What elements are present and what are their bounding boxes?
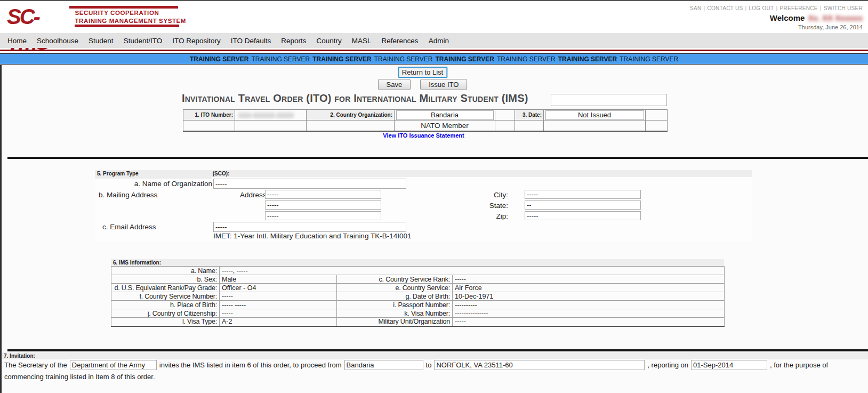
date-cell xyxy=(544,110,646,121)
city-label: City: xyxy=(463,191,508,199)
welcome-line: WelcomeXx. XX Xxxxxx xyxy=(770,13,863,22)
nav-admin[interactable]: Admin xyxy=(429,37,449,45)
banner-segment: TRAINING SERVER xyxy=(312,55,371,63)
ims-place-of-birth-label: h. Place of Birth: xyxy=(111,301,220,309)
section-divider xyxy=(7,157,868,159)
logo-bar-top xyxy=(69,6,178,9)
section-6-header: 6. IMS Information: xyxy=(111,259,724,266)
ims-citizenship-value: ----- xyxy=(220,309,337,318)
address-line2-input[interactable] xyxy=(265,200,381,210)
nav-reports[interactable]: Reports xyxy=(281,37,306,45)
city-input[interactable] xyxy=(525,190,641,199)
ito-number-cell: XXX-XXXXX-XXXX xyxy=(235,110,307,121)
empty-cell xyxy=(495,110,515,121)
address-label: Address: xyxy=(240,191,268,199)
action-buttons: Save Issue ITO xyxy=(378,79,468,90)
table-row: h. Place of Birth: ----- ----- i. Passpo… xyxy=(111,301,725,309)
table-row: a. Name: -----, ----- xyxy=(111,267,725,275)
training-server-banner: TRAINING SERVER TRAINING SERVER TRAINING… xyxy=(0,53,868,65)
nav-masl[interactable]: MASL xyxy=(352,37,372,45)
banner-segment: TRAINING SERVER xyxy=(190,55,248,63)
logo-subtitle-line1: SECURITY COOPERATION xyxy=(75,10,186,17)
table-row: j. Country of Citizenship: ----- k. Visa… xyxy=(111,309,725,318)
name-of-organization-label: a. Name of Organization xyxy=(95,180,212,188)
ims-military-unit-label: Military Unit/Organization xyxy=(337,318,453,326)
ims-visa-type-value: A-2 xyxy=(220,318,337,326)
ims-country-service-rank-label: c. Country Service Rank: xyxy=(337,275,453,284)
state-input[interactable] xyxy=(525,200,641,210)
welcome-user-name-redacted: Xx. XX Xxxxxx xyxy=(808,13,863,22)
banner-segment: TRAINING SERVER xyxy=(620,55,678,63)
address-line1-input[interactable] xyxy=(265,190,381,199)
ims-country-service-number-value: ----- xyxy=(220,292,337,301)
nav-references[interactable]: References xyxy=(382,37,419,45)
save-button[interactable]: Save xyxy=(378,79,411,90)
banner-segment: TRAINING SERVER xyxy=(497,55,556,63)
main-nav: Home Schoolhouse Student Student/ITO ITO… xyxy=(0,33,868,48)
nav-ito-repository[interactable]: ITO Repository xyxy=(172,37,221,45)
date-input[interactable] xyxy=(545,110,644,120)
ims-us-rank-label: d. U.S. Equivalent Rank/Pay Grade: xyxy=(111,284,220,292)
proceed-to-input[interactable] xyxy=(434,360,645,370)
red-divider-rule xyxy=(0,50,868,51)
link-contact-us[interactable]: CONTACT US xyxy=(707,5,743,11)
empty-cell xyxy=(646,121,668,131)
country-org-input[interactable] xyxy=(396,110,494,120)
zip-label: Zip: xyxy=(463,212,508,220)
proceed-from-input[interactable] xyxy=(344,360,423,370)
view-ito-issuance-statement-link[interactable]: View ITO Issuance Statement xyxy=(383,132,464,139)
ims-date-of-birth-value: 10-Dec-1971 xyxy=(453,292,725,301)
link-switch-user[interactable]: SWITCH USER xyxy=(824,5,863,11)
section-6-ims-information: 6. IMS Information: a. Name: -----, ----… xyxy=(111,259,724,327)
utility-links: SAN|CONTACT US|LOG OUT|PREFERENCE|SWITCH… xyxy=(690,5,863,11)
link-preference[interactable]: PREFERENCE xyxy=(779,5,817,11)
email-address-input[interactable] xyxy=(213,222,406,232)
nav-student[interactable]: Student xyxy=(89,37,114,45)
empty-cell xyxy=(544,121,646,131)
link-log-out[interactable]: LOG OUT xyxy=(749,5,774,11)
address-line3-input[interactable] xyxy=(265,211,381,220)
section-4-sco: 4. Issuing Security Cooperation Organiza… xyxy=(95,170,752,241)
return-to-list-button[interactable]: Return to List xyxy=(398,67,447,78)
ims-sex-value: Male xyxy=(220,275,337,284)
separator: | xyxy=(820,5,822,11)
ims-passport-number-label: i. Passport Number: xyxy=(337,301,453,309)
table-row: l. Visa Type: A-2 Military Unit/Organiza… xyxy=(111,318,725,326)
nav-student-ito[interactable]: Student/ITO xyxy=(124,37,163,45)
table-row: NATO Member xyxy=(183,121,668,131)
nav-schoolhouse[interactable]: Schoolhouse xyxy=(37,37,78,45)
logo-subtitle-line2: TRAINING MANAGEMENT SYSTEM xyxy=(75,18,186,25)
form-title: Invitational Travel Order (ITO) for Inte… xyxy=(182,92,528,105)
empty-cell xyxy=(307,121,395,131)
ito-header-table: 1. ITO Number: XXX-XXXXX-XXXX 2. Country… xyxy=(183,109,668,132)
ims-us-rank-value: Officer - O4 xyxy=(220,284,337,292)
reporting-on-input[interactable] xyxy=(691,360,767,370)
ims-passport-number-value: ---------- xyxy=(453,301,725,309)
sctms-logo: SC-TmS SECURITY COOPERATION TRAINING MAN… xyxy=(7,4,186,30)
empty-cell xyxy=(183,121,235,131)
invitation-sentence: The Secretary of the invites the IMS lis… xyxy=(4,360,868,370)
ims-country-service-value: Air Force xyxy=(453,284,725,292)
title-adjacent-input[interactable] xyxy=(551,94,667,106)
state-label: State: xyxy=(463,202,508,210)
nav-ito-defaults[interactable]: ITO Defaults xyxy=(231,37,271,45)
nav-home[interactable]: Home xyxy=(7,37,27,45)
nav-country[interactable]: Country xyxy=(317,37,342,45)
table-row: 1. ITO Number: XXX-XXXXX-XXXX 2. Country… xyxy=(183,110,668,121)
ims-country-service-number-label: f. Country Service Number: xyxy=(111,292,220,301)
link-san[interactable]: SAN xyxy=(690,5,701,11)
welcome-label: Welcome xyxy=(770,13,805,22)
name-of-organization-input[interactable] xyxy=(213,179,406,189)
invitation-text-1: The Secretary of the xyxy=(4,361,67,369)
separator: | xyxy=(745,5,747,11)
table-row: d. U.S. Equivalent Rank/Pay Grade: Offic… xyxy=(111,284,725,292)
ims-visa-type-label: l. Visa Type: xyxy=(111,318,220,326)
issue-ito-button[interactable]: Issue ITO xyxy=(420,79,467,90)
secretary-department-input[interactable] xyxy=(70,360,157,370)
program-type-value: IMET: 1-Year Intl. Military Education an… xyxy=(213,232,411,240)
zip-input[interactable] xyxy=(525,211,641,220)
separator: | xyxy=(704,5,705,11)
ims-visa-number-label: k. Visa Number: xyxy=(337,309,453,318)
invitation-text-3: to xyxy=(426,361,432,369)
empty-cell xyxy=(235,121,307,131)
